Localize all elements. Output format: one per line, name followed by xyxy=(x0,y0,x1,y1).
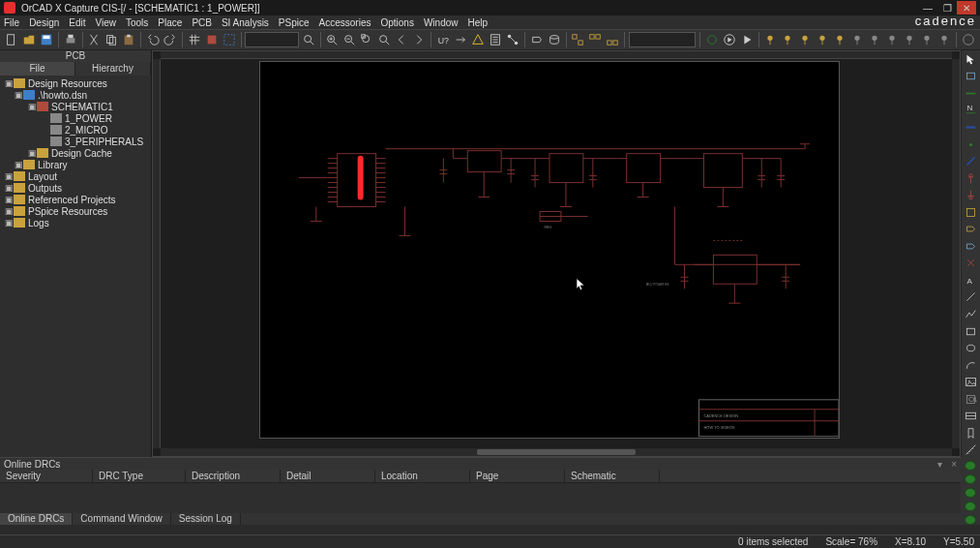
menu-pspice[interactable]: PSpice xyxy=(279,17,310,28)
tree-node[interactable]: 1_POWER xyxy=(0,112,151,124)
tree-node[interactable]: ▣Outputs xyxy=(0,182,151,194)
tree-node[interactable]: ▣Design Cache xyxy=(0,147,151,159)
menu-place[interactable]: Place xyxy=(158,17,182,28)
annotate-icon[interactable]: U? xyxy=(435,31,451,48)
place-polyline-icon[interactable] xyxy=(964,307,979,321)
search-icon[interactable] xyxy=(301,31,316,48)
place-ground-icon[interactable] xyxy=(964,188,979,202)
minimize-button[interactable]: — xyxy=(918,1,937,15)
zoom-fit-icon[interactable] xyxy=(359,31,374,48)
help-icon[interactable] xyxy=(961,31,976,48)
menu-tools[interactable]: Tools xyxy=(126,17,148,28)
select-icon[interactable] xyxy=(964,52,979,67)
tree-twisty-icon[interactable]: ▣ xyxy=(4,195,14,204)
zoom-area-icon[interactable] xyxy=(376,31,392,48)
back-annotate-icon[interactable] xyxy=(453,31,468,48)
tree-twisty-icon[interactable]: ▣ xyxy=(4,78,14,88)
cis-icon[interactable] xyxy=(547,31,562,48)
marker4-icon[interactable] xyxy=(815,31,830,48)
undo-icon[interactable] xyxy=(145,31,161,48)
menu-design[interactable]: Design xyxy=(29,17,59,28)
close-button[interactable]: ✕ xyxy=(957,1,976,15)
tree-node[interactable]: ▣PSpice Resources xyxy=(0,205,151,217)
panel-close-icon[interactable]: × xyxy=(951,459,957,470)
accent-dot-icon[interactable] xyxy=(965,474,976,484)
menu-edit[interactable]: Edit xyxy=(69,17,85,28)
marker3-icon[interactable] xyxy=(797,31,813,48)
place-net-alias-icon[interactable]: N xyxy=(964,104,979,118)
col-description[interactable]: Description xyxy=(186,470,281,482)
tree-node[interactable]: ▣SCHEMATIC1 xyxy=(0,101,151,112)
bom-icon[interactable] xyxy=(488,31,503,48)
place-junction-icon[interactable] xyxy=(964,137,979,152)
place-rectangle-icon[interactable] xyxy=(964,324,979,339)
panel-dropdown-icon[interactable]: ▾ xyxy=(937,459,942,470)
place-bus-icon[interactable] xyxy=(964,120,979,135)
menu-window[interactable]: Window xyxy=(424,17,459,28)
vertical-scrollbar[interactable] xyxy=(952,59,960,448)
open-icon[interactable] xyxy=(21,31,37,48)
accent-dot-icon[interactable] xyxy=(965,515,976,525)
drc-icon[interactable] xyxy=(470,31,486,48)
new-icon[interactable] xyxy=(4,31,19,48)
copy-icon[interactable] xyxy=(104,31,119,48)
part-manager-icon[interactable] xyxy=(529,31,545,48)
part-combo[interactable] xyxy=(629,32,696,47)
xref2-icon[interactable] xyxy=(587,31,603,48)
col-schematic[interactable]: Schematic xyxy=(565,470,660,482)
redo-icon[interactable] xyxy=(163,31,178,48)
xref3-icon[interactable] xyxy=(605,31,620,48)
marker5-icon[interactable] xyxy=(832,31,847,48)
place-bookmark-icon[interactable] xyxy=(964,426,979,441)
marker10-icon[interactable] xyxy=(919,31,935,48)
place-ellipse-icon[interactable] xyxy=(964,341,979,355)
tree-twisty-icon[interactable]: ▣ xyxy=(27,148,37,158)
menu-accessories[interactable]: Accessories xyxy=(319,17,371,28)
place-power-icon[interactable] xyxy=(964,171,979,186)
tree-node[interactable]: ▣Library xyxy=(0,159,151,170)
netlist-icon[interactable] xyxy=(505,31,520,48)
tree-twisty-icon[interactable]: ▣ xyxy=(4,206,14,216)
marker9-icon[interactable] xyxy=(902,31,917,48)
col-drc-type[interactable]: DRC Type xyxy=(93,470,186,482)
accent-dot-icon[interactable] xyxy=(965,502,976,511)
paste-icon[interactable] xyxy=(121,31,136,48)
save-icon[interactable] xyxy=(39,31,54,48)
tab-online-drcs[interactable]: Online DRCs xyxy=(0,513,73,525)
accent-dot-icon[interactable] xyxy=(965,461,976,471)
grid-icon[interactable] xyxy=(187,31,202,48)
menu-file[interactable]: File xyxy=(4,17,19,28)
schematic-sheet[interactable]: VREG MCU POWER EN CA xyxy=(259,61,840,439)
horizontal-scrollbar[interactable] xyxy=(161,448,952,456)
menu-help[interactable]: Help xyxy=(468,17,489,28)
maximize-button[interactable]: ❐ xyxy=(937,1,957,15)
col-detail[interactable]: Detail xyxy=(281,470,375,482)
schematic-canvas[interactable]: VREG MCU POWER EN CA xyxy=(152,50,961,457)
tree-node[interactable]: 3_PERIPHERALS xyxy=(0,136,151,147)
snap-icon[interactable] xyxy=(204,31,220,48)
print-icon[interactable] xyxy=(63,31,78,48)
tree-twisty-icon[interactable]: ▣ xyxy=(27,102,37,111)
col-page[interactable]: Page xyxy=(470,470,565,482)
menu-si-analysis[interactable]: SI Analysis xyxy=(222,17,269,28)
place-no-connect-icon[interactable] xyxy=(964,257,979,271)
tree-twisty-icon[interactable]: ▣ xyxy=(14,160,23,169)
place-arc-icon[interactable] xyxy=(964,358,979,373)
tab-session-log[interactable]: Session Log xyxy=(171,513,241,525)
zoom-in-icon[interactable] xyxy=(324,31,340,48)
place-hier-block-icon[interactable] xyxy=(964,205,979,220)
zoom-out-icon[interactable] xyxy=(342,31,357,48)
marker8-icon[interactable] xyxy=(884,31,900,48)
marker7-icon[interactable] xyxy=(867,31,882,48)
search-input[interactable] xyxy=(245,32,298,47)
tree-twisty-icon[interactable]: ▣ xyxy=(4,218,14,228)
tree-node[interactable]: ▣Design Resources xyxy=(0,77,151,89)
tree-node[interactable]: ▣.\howto.dsn xyxy=(0,89,151,101)
scrollbar-thumb[interactable] xyxy=(477,449,636,455)
zoom-prev-icon[interactable] xyxy=(394,31,409,48)
menu-view[interactable]: View xyxy=(96,17,117,28)
marker1-icon[interactable] xyxy=(762,31,778,48)
project-tab-file[interactable]: File xyxy=(0,62,75,76)
tree-node[interactable]: ▣Referenced Projects xyxy=(0,194,151,205)
col-severity[interactable]: Severity xyxy=(0,470,93,482)
